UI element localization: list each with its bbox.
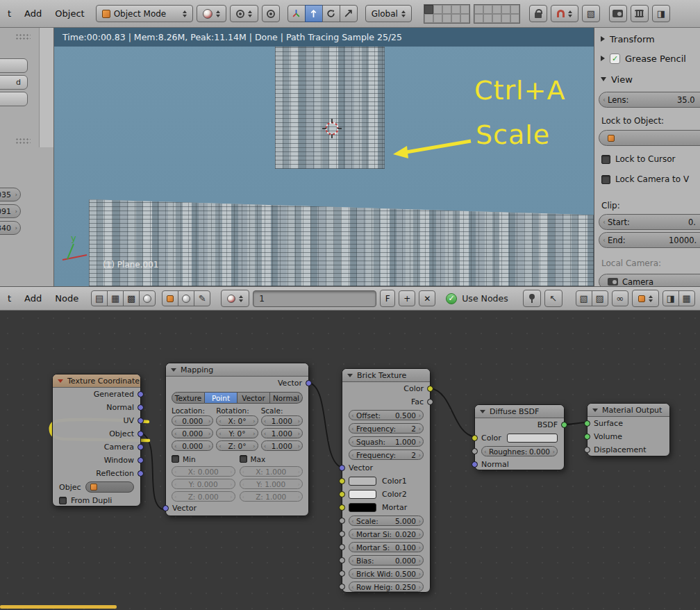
viewport-shading-dropdown[interactable]: [197, 5, 226, 22]
tree-type-button[interactable]: [139, 290, 156, 306]
shelf-number-field[interactable]: 035: [0, 188, 21, 201]
layer-toggle[interactable]: [442, 14, 451, 23]
layer-toggle[interactable]: [451, 5, 460, 14]
menu-object[interactable]: Object: [50, 8, 89, 19]
socket-reflection[interactable]: [138, 470, 144, 477]
socket-volume-in[interactable]: [584, 434, 590, 440]
new-material-button[interactable]: +: [399, 290, 415, 306]
layer-toggle[interactable]: [492, 5, 501, 14]
socket-row-height-in[interactable]: [339, 584, 345, 590]
pivot-align-button[interactable]: [262, 5, 280, 22]
lock-camera-checkbox[interactable]: [601, 175, 610, 184]
local-camera-selector[interactable]: Camera: [599, 274, 700, 286]
shelf-button[interactable]: [0, 92, 28, 106]
min-x-field[interactable]: X: 0.000: [172, 466, 235, 477]
socket-brick-color-out[interactable]: [427, 386, 433, 392]
unlink-material-button[interactable]: ✕: [419, 290, 435, 306]
offset-frequency-field[interactable]: Frequency:2: [349, 423, 424, 434]
fake-user-button[interactable]: F: [380, 290, 395, 307]
socket-bias-in[interactable]: [339, 557, 345, 563]
menu-select-fragment[interactable]: t: [3, 293, 16, 304]
bias-field[interactable]: Bias:0.000: [349, 555, 424, 566]
socket-displacement-in[interactable]: [584, 447, 590, 453]
layer-toggle[interactable]: [451, 14, 460, 23]
socket-mapping-vector-in[interactable]: [162, 505, 169, 511]
shader-type-world-button[interactable]: [178, 290, 194, 306]
shader-type-object-button[interactable]: [162, 290, 178, 306]
lock-to-cursor-option[interactable]: Lock to Cursor: [601, 154, 675, 164]
socket-uv[interactable]: [138, 418, 144, 424]
diffuse-color-swatch[interactable]: [507, 434, 558, 443]
parent-tree-button[interactable]: ↖: [544, 290, 562, 307]
node-editor-canvas[interactable]: Texture Coordinate Generated Normal UV O…: [0, 311, 700, 610]
use-nodes-option[interactable]: Use Nodes: [446, 293, 508, 304]
offset-field[interactable]: Offset:0.500: [349, 410, 424, 420]
orientation-dropdown[interactable]: Global: [365, 5, 412, 22]
node-header-material-output[interactable]: Material Output: [588, 404, 669, 417]
pivot-dropdown[interactable]: [230, 5, 258, 22]
collapse-icon[interactable]: [171, 368, 176, 372]
color1-swatch[interactable]: [349, 477, 376, 486]
node-mapping[interactable]: Mapping Vector Texture Point Vector Norm…: [165, 363, 309, 516]
header-icon-button[interactable]: ▦: [678, 290, 695, 306]
tree-type-button[interactable]: ▩: [123, 290, 140, 306]
layer-toggle[interactable]: [460, 5, 469, 14]
socket-bsdf-out[interactable]: [561, 422, 567, 428]
layer-toggle[interactable]: [424, 5, 433, 14]
collapse-icon[interactable]: [592, 409, 598, 412]
socket-generated[interactable]: [138, 391, 144, 397]
scale-field[interactable]: Scale:5.000: [349, 516, 424, 526]
menu-select-fragment[interactable]: t: [3, 8, 16, 19]
location-y-field[interactable]: 0.000: [172, 428, 213, 438]
socket-mortar-smooth-in[interactable]: [339, 544, 345, 550]
menu-add[interactable]: Add: [19, 8, 47, 19]
max-x-field[interactable]: X: 1.000: [240, 466, 303, 477]
rotation-x-field[interactable]: X: 0°: [216, 415, 258, 426]
panel-section-grease-pencil[interactable]: Grease Pencil: [594, 50, 700, 67]
clip-start-field[interactable]: Start: 0.: [599, 214, 700, 230]
rotation-y-field[interactable]: Y: 0°: [216, 428, 258, 438]
socket-roughness-in[interactable]: [472, 448, 478, 454]
mortar-swatch[interactable]: [349, 503, 376, 512]
socket-surface-in[interactable]: [584, 420, 590, 427]
node-texture-coordinate[interactable]: Texture Coordinate Generated Normal UV O…: [52, 374, 141, 506]
rendered-viewport[interactable]: Time:00:00.83 | Mem:8.26M, Peak:11.14M |…: [54, 28, 594, 286]
color2-swatch[interactable]: [349, 490, 376, 499]
socket-diffuse-color-in[interactable]: [472, 435, 478, 441]
location-x-field[interactable]: 0.000: [172, 415, 213, 426]
header-icon-button[interactable]: ▧: [576, 290, 592, 306]
snap-element-button[interactable]: ▧: [582, 5, 600, 22]
lock-camera-option[interactable]: Lock Camera to V: [601, 174, 689, 184]
socket-brick-vector-in[interactable]: [339, 465, 345, 471]
tree-type-button[interactable]: ▦: [107, 290, 124, 306]
layer-toggle[interactable]: [433, 14, 442, 23]
node-header-texture-coordinate[interactable]: Texture Coordinate: [53, 374, 140, 388]
socket-color1-in[interactable]: [339, 478, 345, 484]
lock-to-cursor-checkbox[interactable]: [601, 155, 610, 164]
mapping-type-normal[interactable]: Normal: [270, 392, 303, 404]
shelf-button[interactable]: d: [0, 75, 28, 90]
layer-toggle[interactable]: [510, 14, 519, 23]
scale-manipulator-button[interactable]: [340, 5, 358, 22]
min-checkbox[interactable]: [172, 455, 179, 463]
mapping-type-texture[interactable]: Texture: [172, 392, 205, 404]
layer-toggle[interactable]: [474, 14, 483, 23]
socket-camera[interactable]: [138, 444, 144, 450]
collapse-icon[interactable]: [347, 374, 353, 377]
row-height-field[interactable]: Row Heig:0.250: [349, 582, 424, 592]
socket-mortar-size-in[interactable]: [339, 531, 345, 537]
lens-field[interactable]: Lens: 35.0: [599, 92, 700, 108]
node-header-mapping[interactable]: Mapping: [166, 363, 308, 377]
max-z-field[interactable]: Z: 1.000: [240, 491, 303, 502]
panel-section-transform[interactable]: Transform: [594, 31, 700, 47]
layer-toggle[interactable]: [460, 14, 469, 23]
min-y-field[interactable]: Y: 0.000: [172, 479, 235, 489]
panel-grip-icon[interactable]: [15, 33, 31, 41]
menu-node[interactable]: Node: [50, 293, 83, 304]
socket-window[interactable]: [138, 457, 144, 463]
render-still-button[interactable]: [609, 5, 627, 22]
socket-scale-in[interactable]: [339, 518, 345, 524]
layer-toggle[interactable]: [501, 5, 510, 14]
socket-object[interactable]: [138, 431, 144, 437]
material-browse-dropdown[interactable]: [221, 290, 249, 307]
